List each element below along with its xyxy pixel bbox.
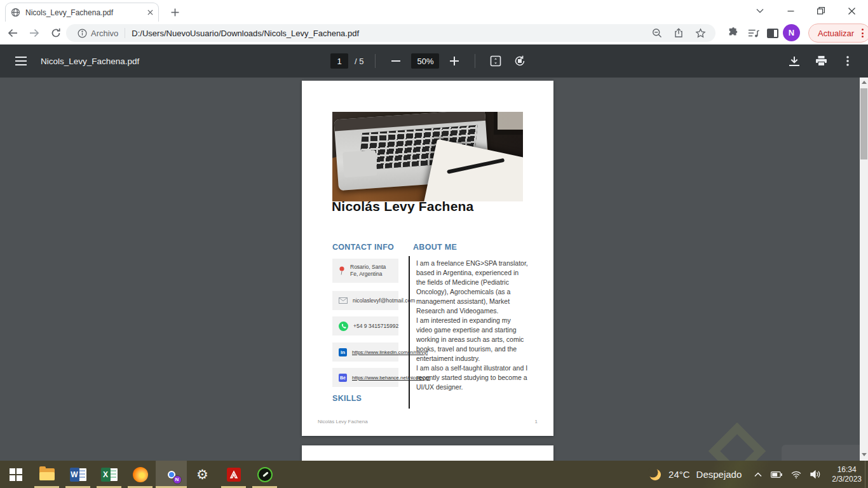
contact-card-behance: Bé https://www.behance.net/nicolevy2 xyxy=(332,368,398,387)
download-button[interactable] xyxy=(785,52,803,70)
close-window-button[interactable] xyxy=(845,4,858,17)
reload-button-icon[interactable] xyxy=(47,24,65,42)
desktop: Nicols_Levy_Fachena.pdf xyxy=(0,0,868,488)
print-button[interactable] xyxy=(812,52,830,70)
browser-menu-kebab-icon[interactable] xyxy=(859,29,866,37)
back-button-icon[interactable] xyxy=(4,24,22,42)
restore-button[interactable] xyxy=(815,4,827,17)
window-controls xyxy=(754,0,863,22)
start-button[interactable] xyxy=(0,461,31,488)
contact-card-linkedin: in https://www.linkedin.com/in/nlevyf xyxy=(332,342,398,362)
fit-to-page-button[interactable] xyxy=(487,52,505,70)
pdf-menu-hamburger-icon[interactable] xyxy=(15,57,27,65)
taskbar-settings[interactable]: ⚙ xyxy=(187,461,218,488)
whatsapp-icon xyxy=(339,322,348,331)
tab-close-icon[interactable] xyxy=(147,10,153,15)
weather-widget[interactable]: 24°C Despejado xyxy=(648,468,742,482)
browser-address-bar: Archivo D:/Users/NuevoUsuario/Downloads/… xyxy=(0,22,868,44)
temperature-label: 24°C xyxy=(668,469,690,480)
toolbar-divider xyxy=(375,54,376,68)
zoom-out-button[interactable] xyxy=(387,52,405,70)
zoom-out-page-icon[interactable] xyxy=(648,24,666,42)
screenshot-tool-icon xyxy=(257,467,273,482)
pdf-more-options-kebab-icon[interactable] xyxy=(839,52,857,70)
about-me-heading: ABOUT ME xyxy=(413,243,457,252)
scrollbar-down-arrow[interactable] xyxy=(860,450,868,459)
moon-weather-icon xyxy=(648,468,662,482)
footer-page-number: 1 xyxy=(535,419,538,424)
side-panel-icon[interactable] xyxy=(764,24,782,42)
tab-title: Nicols_Levy_Fachena.pdf xyxy=(25,8,142,17)
new-tab-button[interactable] xyxy=(166,4,183,20)
taskbar-file-explorer[interactable] xyxy=(31,461,62,488)
excel-icon: X xyxy=(101,468,118,482)
toolbar-divider xyxy=(475,54,475,68)
skills-heading: SKILLS xyxy=(332,394,362,403)
share-icon[interactable] xyxy=(670,24,688,42)
wifi-icon[interactable] xyxy=(791,471,801,478)
bookmark-star-icon[interactable] xyxy=(691,24,709,42)
watermark-diamond xyxy=(709,423,766,461)
pdf-viewer-canvas[interactable]: Nicolás Levy Fachena CONTACT INFO ABOUT … xyxy=(0,78,868,461)
show-desktop-button[interactable] xyxy=(865,461,868,488)
zoom-in-button[interactable] xyxy=(445,52,463,70)
envelope-icon xyxy=(339,297,348,304)
pdf-page-2 xyxy=(302,445,553,461)
pdf-page-zoom-controls: / 5 50% xyxy=(330,52,529,70)
media-controls-icon[interactable] xyxy=(745,24,763,42)
location-pin-icon xyxy=(339,266,345,275)
linkedin-icon: in xyxy=(339,348,347,356)
pdf-page-1: Nicolás Levy Fachena CONTACT INFO ABOUT … xyxy=(302,81,553,436)
address-url-text: D:/Users/NuevoUsuario/Downloads/Nicols_L… xyxy=(132,29,644,38)
info-icon[interactable] xyxy=(78,29,87,38)
contact-email-text: nicolaslevyf@hotmail.com xyxy=(353,297,415,304)
taskbar-excel[interactable]: X xyxy=(93,461,125,488)
pdf-filename: Nicols_Levy_Fachena.pdf xyxy=(41,57,139,66)
taskbar-word[interactable]: W xyxy=(62,461,93,488)
update-chrome-button[interactable]: Actualizar xyxy=(808,24,868,43)
system-tray: 24°C Despejado xyxy=(648,461,862,488)
minimize-button[interactable] xyxy=(784,4,797,17)
battery-icon[interactable] xyxy=(771,471,782,478)
tray-chevron-up-icon[interactable] xyxy=(754,472,762,477)
page-number-input[interactable] xyxy=(330,53,348,69)
windows-logo-icon xyxy=(10,468,22,481)
taskbar-chrome-active[interactable]: N xyxy=(156,461,187,488)
forward-button-icon[interactable] xyxy=(25,24,43,42)
taskbar-adobe-reader[interactable] xyxy=(218,461,249,488)
resume-name-title: Nicolás Levy Fachena xyxy=(332,199,473,214)
rotate-page-button[interactable] xyxy=(511,52,529,70)
contact-card-email: nicolaslevyf@hotmail.com xyxy=(332,291,398,310)
column-divider-line xyxy=(409,256,410,409)
behance-icon: Bé xyxy=(339,374,347,382)
firefox-icon xyxy=(133,467,148,482)
clock-time: 16:34 xyxy=(832,465,862,475)
chrome-icon: N xyxy=(164,467,179,482)
taskbar-firefox[interactable] xyxy=(125,461,156,488)
browser-tab[interactable]: Nicols_Levy_Fachena.pdf xyxy=(5,3,159,22)
browser-tab-strip: Nicols_Levy_Fachena.pdf xyxy=(0,0,868,22)
contact-phone-text: +54 9 3415715992 xyxy=(353,323,398,329)
tab-search-chevron-icon[interactable] xyxy=(754,4,766,17)
page-total-label: / 5 xyxy=(355,57,363,66)
adobe-reader-icon xyxy=(227,468,241,482)
viewer-scrollbar[interactable] xyxy=(860,78,868,461)
taskbar-screenshot-tool[interactable] xyxy=(249,461,280,488)
extensions-puzzle-icon[interactable] xyxy=(724,24,742,42)
address-input[interactable]: Archivo D:/Users/NuevoUsuario/Downloads/… xyxy=(66,24,715,42)
contact-card-phone: +54 9 3415715992 xyxy=(332,316,398,336)
contact-info-heading: CONTACT INFO xyxy=(332,243,394,252)
globe-favicon-icon xyxy=(11,8,20,17)
scrollbar-up-arrow[interactable] xyxy=(860,78,868,87)
watermark-ghost-text xyxy=(782,445,864,461)
about-me-text: I am a freelance ENG>SPA translator, bas… xyxy=(416,259,528,392)
contact-location-text: Rosario, Santa Fe, Argentina xyxy=(350,264,392,278)
laptop-photo xyxy=(332,112,523,201)
scrollbar-thumb[interactable] xyxy=(860,88,867,159)
taskbar-clock[interactable]: 16:34 2/3/2023 xyxy=(832,465,862,484)
linkedin-link[interactable]: https://www.linkedin.com/in/nlevyf xyxy=(352,349,428,355)
pdf-actions xyxy=(785,52,857,70)
behance-link[interactable]: https://www.behance.net/nicolevy2 xyxy=(352,375,430,381)
profile-avatar[interactable]: N xyxy=(783,24,800,41)
speaker-icon[interactable] xyxy=(810,470,820,478)
